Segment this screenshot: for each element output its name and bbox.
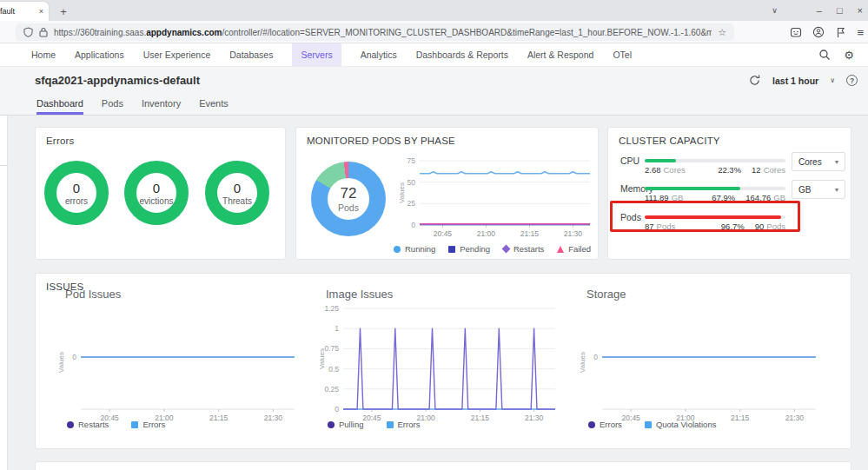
errors-count: 0: [73, 181, 80, 195]
dropdown-caret-icon: ▾: [835, 186, 838, 194]
help-icon[interactable]: ?: [846, 75, 858, 86]
pods-by-phase-title: MONITORED PODS BY PHASE: [307, 136, 455, 146]
legend-restarts[interactable]: Restarts: [67, 420, 109, 429]
image-issues-chart[interactable]: 00.250.50.7511.2520:4521:0021:1521:30Val…: [317, 303, 567, 430]
pods-total-value: 72: [341, 185, 357, 202]
account-icon[interactable]: [812, 26, 825, 38]
errors-panel-title: Errors: [46, 136, 75, 146]
nav-item-dashboards-reports[interactable]: Dashboards & Reports: [416, 43, 508, 66]
svg-text:25: 25: [407, 199, 416, 208]
legend-errors[interactable]: Errors: [588, 420, 622, 429]
quota-violations-swatch-icon: [645, 421, 652, 428]
nav-item-applications[interactable]: Applications: [75, 43, 124, 66]
refresh-icon[interactable]: [748, 74, 761, 87]
collapsed-side-panel[interactable]: [0, 116, 8, 470]
svg-text:21:15: 21:15: [209, 414, 229, 422]
legend-failed[interactable]: Failed: [557, 244, 591, 254]
dropdown-caret-icon: ▾: [835, 158, 838, 166]
memory-unit-dropdown[interactable]: GB ▾: [792, 180, 845, 199]
svg-text:Values: Values: [57, 352, 65, 373]
address-bar[interactable]: https://360training.saas.appdynamics.com…: [16, 23, 734, 41]
browser-tab[interactable]: default ×: [0, 2, 49, 21]
memory-usage-fill: [645, 187, 740, 190]
side-panel-divider: [0, 165, 8, 166]
page-title: sfqa2021-appdynamics-default: [35, 74, 200, 87]
legend-running[interactable]: Running: [394, 244, 435, 254]
legend-restarts[interactable]: Restarts: [503, 244, 544, 254]
browser-titlebar: default × + ∨ – □ ×: [0, 0, 868, 21]
cpu-total: 12Cores: [752, 165, 785, 175]
maximize-button[interactable]: □: [837, 5, 843, 16]
tab-title: default: [0, 7, 36, 16]
svg-text:21:15: 21:15: [731, 414, 750, 422]
pods-total-label: Pods: [338, 202, 359, 213]
svg-text:75: 75: [407, 156, 416, 165]
nav-item-servers[interactable]: Servers: [292, 43, 341, 66]
tab-events[interactable]: Events: [199, 94, 229, 115]
svg-text:21:00: 21:00: [477, 229, 496, 238]
svg-text:1: 1: [335, 324, 339, 333]
page-tabs: Dashboard Pods Inventory Events: [0, 94, 868, 116]
tab-close-icon[interactable]: ×: [39, 7, 43, 16]
legend-errors[interactable]: Errors: [131, 420, 165, 429]
nav-item-home[interactable]: Home: [31, 43, 56, 66]
issues-panel: ISSUES Pod Issues 020:4521:0021:1521:30V…: [35, 273, 851, 449]
svg-text:0: 0: [593, 353, 598, 361]
url-text[interactable]: https://360training.saas.appdynamics.com…: [54, 28, 712, 37]
bookmark-star-icon[interactable]: ☆: [718, 27, 726, 38]
nav-right-icons: ⚙: [818, 43, 854, 66]
chevron-down-icon[interactable]: ∨: [830, 76, 835, 84]
legend-quota-violations[interactable]: Quota Violations: [645, 420, 717, 429]
errors-donut: 0 errors: [44, 161, 109, 225]
legend-pulling[interactable]: Pulling: [328, 420, 364, 429]
svg-text:0.75: 0.75: [324, 344, 339, 353]
lock-icon[interactable]: [39, 27, 48, 37]
svg-text:20:45: 20:45: [434, 229, 453, 238]
nav-item-alert-respond[interactable]: Alert & Respond: [527, 43, 593, 66]
window-controls: ∨ – □ ×: [772, 0, 863, 21]
tab-pods[interactable]: Pods: [102, 94, 123, 115]
search-icon[interactable]: [818, 49, 831, 61]
nav-item-user-experience[interactable]: User Experience: [143, 43, 211, 66]
pod-issues-chart[interactable]: 020:4521:0021:1521:30Values: [56, 303, 307, 430]
browser-window: default × + ∨ – □ × https://360training.…: [0, 0, 868, 470]
minimize-button[interactable]: –: [817, 5, 822, 16]
pods-phase-legend: Running Pending Restarts Failed: [394, 244, 591, 254]
storage-chart[interactable]: 020:4521:0021:1521:30Values: [578, 303, 828, 430]
errors-panel: Errors 0 errors 0 evictions 0 Thr: [35, 127, 286, 260]
svg-text:50: 50: [407, 178, 416, 187]
menu-icon[interactable]: ≡: [857, 26, 864, 39]
svg-text:21:30: 21:30: [785, 414, 805, 422]
tracking-protection-shield-icon[interactable]: [23, 27, 33, 37]
evictions-count-label: evictions: [140, 196, 174, 206]
extensions-icon[interactable]: [790, 26, 802, 38]
legend-pending[interactable]: Pending: [448, 244, 490, 254]
red-highlight-annotation: [610, 201, 800, 232]
new-tab-button[interactable]: +: [54, 2, 73, 21]
close-button[interactable]: ×: [858, 5, 863, 16]
legend-errors[interactable]: Errors: [387, 420, 421, 429]
gear-icon[interactable]: ⚙: [844, 49, 854, 62]
nav-item-analytics[interactable]: Analytics: [361, 43, 397, 66]
errors-swatch-icon: [131, 421, 138, 428]
tab-inventory[interactable]: Inventory: [142, 94, 181, 115]
sidebar-flag-icon[interactable]: [835, 27, 846, 38]
tab-list-chevron-icon[interactable]: ∨: [772, 6, 778, 15]
browser-urlbar-row: https://360training.saas.appdynamics.com…: [0, 21, 868, 43]
svg-text:0.25: 0.25: [324, 385, 339, 394]
header-controls: last 1 hour ∨ ?: [748, 67, 858, 94]
time-range-selector[interactable]: last 1 hour: [772, 76, 818, 86]
cpu-pct: 22.3%: [718, 165, 741, 175]
tab-dashboard[interactable]: Dashboard: [36, 94, 83, 115]
pods-phase-line-chart[interactable]: 025507520:4521:0021:1521:30Values: [397, 154, 597, 242]
nav-item-databases[interactable]: Databases: [229, 43, 273, 66]
svg-text:0: 0: [72, 353, 76, 361]
nav-item-otel[interactable]: OTel: [613, 43, 632, 66]
svg-text:Values: Values: [398, 182, 406, 203]
storage-title: Storage: [586, 288, 626, 301]
errors-swatch-icon: [387, 421, 394, 428]
running-swatch-icon: [394, 246, 401, 253]
cpu-unit-dropdown[interactable]: Cores ▾: [792, 152, 845, 171]
svg-text:1.25: 1.25: [324, 304, 339, 313]
failed-swatch-icon: [557, 246, 564, 253]
